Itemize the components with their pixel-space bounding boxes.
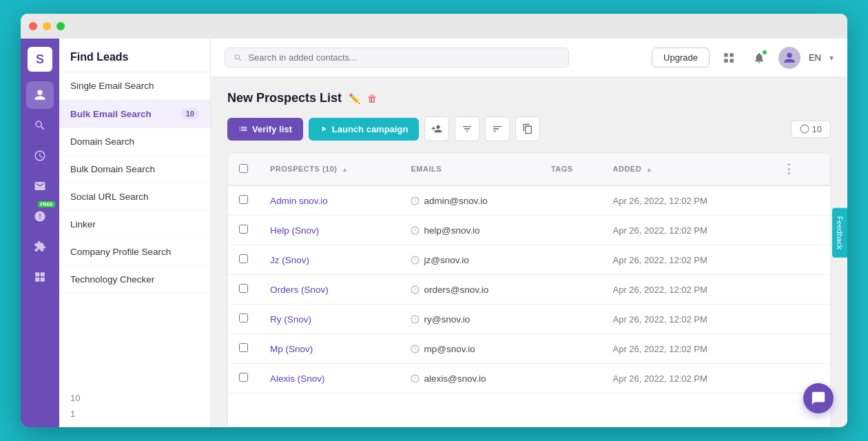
sort-icon-prospects: ▲ bbox=[342, 166, 348, 173]
verify-icon bbox=[238, 124, 248, 134]
row-checkbox[interactable] bbox=[239, 314, 248, 322]
rail-icon-mail[interactable] bbox=[26, 172, 54, 200]
rail-icon-person[interactable] bbox=[26, 81, 54, 109]
table-header-row: PROSPECTS (10) ▲ EMAILS TAGS ADDED ▲ bbox=[228, 153, 830, 185]
row-tags-cell bbox=[540, 185, 602, 216]
chat-bubble[interactable] bbox=[803, 383, 834, 413]
prospect-name[interactable]: Orders (Snov) bbox=[270, 285, 329, 295]
row-email-cell: alexis@snov.io bbox=[400, 364, 539, 393]
minimize-dot[interactable] bbox=[43, 22, 51, 30]
row-checkbox[interactable] bbox=[239, 284, 248, 293]
row-added-date: Apr 26, 2022, 12:02 PM bbox=[613, 314, 707, 325]
row-added-date: Apr 26, 2022, 12:02 PM bbox=[613, 344, 707, 354]
sidebar-item-single-email[interactable]: Single Email Search bbox=[59, 72, 210, 100]
row-added-cell: Apr 26, 2022, 12:02 PM bbox=[602, 216, 766, 245]
sidebar-item-bulk-email[interactable]: Bulk Email Search 10 bbox=[59, 100, 210, 128]
row-added-cell: Apr 26, 2022, 12:02 PM bbox=[602, 245, 766, 275]
topbar-icon-grid[interactable] bbox=[718, 47, 740, 69]
table-row: Alexis (Snov) alexis@snov.io Apr 26, 202… bbox=[228, 364, 830, 393]
row-tags-cell bbox=[540, 245, 602, 275]
table-row: Orders (Snov) orders@snov.io Apr 26, 202… bbox=[228, 275, 830, 305]
row-checkbox[interactable] bbox=[239, 373, 248, 382]
table-header-emails: EMAILS bbox=[400, 153, 539, 185]
prospect-name[interactable]: Ry (Snov) bbox=[270, 314, 311, 325]
row-checkbox-cell bbox=[228, 185, 259, 216]
table-row: Help (Snov) help@snov.io Apr 26, 2022, 1… bbox=[228, 216, 830, 245]
table-header-prospects[interactable]: PROSPECTS (10) ▲ bbox=[259, 153, 400, 185]
search-box[interactable] bbox=[225, 48, 569, 68]
row-checkbox[interactable] bbox=[239, 225, 248, 234]
row-checkbox-cell bbox=[228, 275, 259, 305]
maximize-dot[interactable] bbox=[56, 22, 65, 30]
prospect-name[interactable]: Admin snov.io bbox=[270, 196, 328, 206]
sidebar: Find Leads Single Email Search Bulk Emai… bbox=[59, 39, 211, 427]
row-email: ry@snov.io bbox=[424, 314, 470, 325]
prospects-table-body: Admin snov.io admin@snov.io Apr 26, 2022… bbox=[228, 185, 830, 393]
lang-chevron-icon[interactable]: ▾ bbox=[829, 53, 834, 63]
row-actions-cell bbox=[766, 334, 831, 364]
sidebar-item-social-url[interactable]: Social URL Search bbox=[59, 183, 210, 211]
sidebar-item-company-profile[interactable]: Company Profile Search bbox=[59, 238, 210, 266]
table-header-checkbox bbox=[228, 153, 259, 185]
edit-icon[interactable]: ✏️ bbox=[349, 93, 360, 104]
avatar[interactable] bbox=[778, 47, 800, 69]
prospect-name[interactable]: Alexis (Snov) bbox=[270, 373, 325, 384]
rail-icon-puzzle[interactable] bbox=[26, 233, 54, 260]
row-actions-cell bbox=[766, 185, 831, 216]
free-badge: FREE bbox=[38, 201, 55, 207]
prospect-name[interactable]: Help (Snov) bbox=[270, 225, 319, 236]
row-checkbox[interactable] bbox=[239, 254, 248, 263]
rail-icon-money[interactable]: FREE bbox=[26, 203, 54, 230]
verify-list-button[interactable]: Verify list bbox=[227, 118, 303, 141]
email-status-icon bbox=[411, 226, 420, 235]
launch-campaign-button[interactable]: Launch campaign bbox=[309, 118, 420, 141]
table-row: Admin snov.io admin@snov.io Apr 26, 2022… bbox=[228, 185, 830, 216]
table-row: Ry (Snov) ry@snov.io Apr 26, 2022, 12:02… bbox=[228, 305, 830, 334]
select-all-checkbox[interactable] bbox=[239, 164, 248, 173]
add-contact-button[interactable] bbox=[424, 116, 449, 141]
copy-button[interactable] bbox=[515, 116, 540, 141]
row-checkbox-cell bbox=[228, 245, 259, 275]
rail-icon-search[interactable] bbox=[26, 112, 54, 139]
play-icon bbox=[320, 124, 328, 134]
sidebar-item-domain-search[interactable]: Domain Search bbox=[59, 128, 210, 156]
email-status-icon bbox=[411, 374, 420, 383]
sidebar-item-technology-checker[interactable]: Technology Checker bbox=[59, 266, 210, 294]
row-checkbox-cell bbox=[228, 334, 259, 364]
search-input[interactable] bbox=[248, 52, 560, 63]
prospects-table-wrapper: PROSPECTS (10) ▲ EMAILS TAGS ADDED ▲ bbox=[227, 152, 831, 427]
count-badge: 10 bbox=[791, 121, 831, 138]
email-status-icon bbox=[411, 315, 420, 324]
row-added-cell: Apr 26, 2022, 12:02 PM bbox=[602, 364, 766, 393]
sidebar-title: Find Leads bbox=[59, 39, 210, 72]
table-header-added[interactable]: ADDED ▲ bbox=[602, 153, 766, 185]
row-checkbox[interactable] bbox=[239, 343, 248, 352]
sort-button[interactable] bbox=[485, 116, 510, 141]
row-email: alexis@snov.io bbox=[424, 373, 486, 384]
close-dot[interactable] bbox=[29, 22, 37, 30]
prospect-name[interactable]: Mp (Snov) bbox=[270, 344, 313, 354]
row-email: mp@snov.io bbox=[424, 344, 475, 354]
search-icon bbox=[234, 53, 242, 63]
row-checkbox-cell bbox=[228, 364, 259, 393]
topbar-icon-bell[interactable] bbox=[748, 47, 770, 69]
prospects-table: PROSPECTS (10) ▲ EMAILS TAGS ADDED ▲ bbox=[228, 153, 830, 393]
rail-icon-clock[interactable] bbox=[26, 142, 54, 170]
prospects-panel: New Prospects List ✏️ 🗑 Verify list Laun… bbox=[211, 77, 847, 427]
filter-button[interactable] bbox=[455, 116, 479, 141]
delete-icon[interactable]: 🗑 bbox=[367, 93, 377, 104]
upgrade-button[interactable]: Upgrade bbox=[652, 48, 710, 68]
row-name-cell: Help (Snov) bbox=[259, 216, 400, 245]
row-checkbox[interactable] bbox=[239, 195, 248, 204]
prospect-name[interactable]: Jz (Snov) bbox=[270, 255, 309, 265]
sidebar-item-bulk-domain[interactable]: Bulk Domain Search bbox=[59, 156, 210, 183]
sidebar-item-linker[interactable]: Linker bbox=[59, 211, 210, 238]
lang-selector[interactable]: EN bbox=[809, 52, 821, 63]
row-tags-cell bbox=[540, 216, 602, 245]
rail-icon-grid[interactable] bbox=[26, 263, 54, 291]
row-added-date: Apr 26, 2022, 12:02 PM bbox=[613, 225, 707, 236]
row-email: orders@snov.io bbox=[424, 285, 488, 295]
row-email-cell: help@snov.io bbox=[400, 216, 539, 245]
feedback-tab[interactable]: Feedback bbox=[832, 208, 847, 258]
table-more-options[interactable]: ⋮ bbox=[777, 159, 801, 178]
